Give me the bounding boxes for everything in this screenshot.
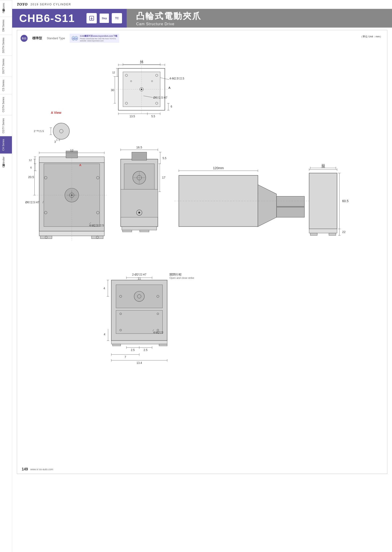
svg-text:2.5: 2.5 <box>131 348 135 352</box>
svg-rect-65 <box>92 236 103 239</box>
svg-text:A View: A View <box>51 111 61 115</box>
cad-sub: Please download the CAD file from TOYO's <box>80 38 117 40</box>
type-en: Standard Type <box>47 37 65 40</box>
svg-text:6: 6 <box>171 105 172 108</box>
unit-text: （單位 Unit：mm） <box>360 35 382 38</box>
svg-text:3D: 3D <box>75 38 77 40</box>
download-badge <box>86 13 97 23</box>
svg-text:3: 3 <box>54 140 56 144</box>
svg-text:5.5: 5.5 <box>151 115 155 118</box>
svg-rect-164 <box>111 340 167 344</box>
svg-rect-132 <box>309 173 337 229</box>
svg-text:120mm: 120mm <box>213 166 224 170</box>
footer-website: www.vi so-auto.com <box>30 468 53 471</box>
svg-rect-134 <box>310 233 317 235</box>
svg-text:Ø6▽2.5 H7: Ø6▽2.5 H7 <box>153 96 167 99</box>
svg-text:4-M2.5▽2.5: 4-M2.5▽2.5 <box>89 224 104 227</box>
a-view: A View 2⁺⁰¹▽1.5 3 <box>34 111 70 144</box>
svg-text:12: 12 <box>70 149 73 152</box>
product-title-section: 凸輪式電動夾爪 Cam Structure Drive <box>127 9 392 28</box>
product-name-section: CHB6-S11 <box>12 9 82 28</box>
svg-text:2.5: 2.5 <box>144 348 147 352</box>
sidebar-tab-ch[interactable]: CH Series <box>0 136 12 153</box>
svg-text:13.4: 13.4 <box>137 361 142 365</box>
svg-text:A: A <box>79 163 81 167</box>
page-number: 149 <box>22 467 28 471</box>
drawing-area: S11 標準型 Standard Type 2D 3D CAD圖面可至www.t… <box>17 30 387 474</box>
svg-text:12: 12 <box>140 60 143 62</box>
svg-text:Ø6▽2.5 H7: Ø6▽2.5 H7 <box>25 201 39 204</box>
svg-rect-111 <box>140 230 149 232</box>
svg-text:60.5: 60.5 <box>342 199 349 203</box>
svg-text:4: 4 <box>104 333 105 336</box>
svg-text:12: 12 <box>112 71 115 74</box>
svg-point-50 <box>53 123 70 139</box>
sidebar-tab-controller[interactable]: 控制器 Controller <box>0 153 12 171</box>
svg-text:22: 22 <box>342 230 345 234</box>
side-view: 120mm 36 <box>174 163 349 235</box>
top-header: TOYO 2019 SERVO CYLINDER <box>12 0 392 9</box>
sidebar-tab-cs[interactable]: CS Series <box>0 77 12 94</box>
svg-rect-110 <box>122 230 132 232</box>
svg-text:Open and close strike: Open and close strike <box>169 276 194 279</box>
type-cn: 標準型 <box>32 36 42 41</box>
svg-point-14 <box>141 89 142 90</box>
sidebar: 特色功能 Features DM Series DGTH Series DGTY… <box>0 0 12 552</box>
svg-text:30: 30 <box>322 163 325 167</box>
svg-text:13.5: 13.5 <box>129 115 135 118</box>
svg-rect-64 <box>41 236 52 239</box>
drawing-header: S11 標準型 Standard Type 2D 3D CAD圖面可至www.t… <box>21 34 384 43</box>
svg-rect-135 <box>329 233 336 235</box>
svg-rect-166 <box>159 344 167 346</box>
bottom-view: 2-Ø2▽2 H7 開閉行程 Open and close strike 11 … <box>104 273 194 365</box>
cad-website: website: www.toyorobot.com <box>80 40 117 42</box>
svg-text:17: 17 <box>162 176 165 179</box>
svg-text:20.5: 20.5 <box>28 175 34 179</box>
cad-text: CAD圖面可至www.toyorobot.com下載 <box>80 34 117 38</box>
svg-text:4: 4 <box>104 287 105 290</box>
svg-text:6: 6 <box>30 166 32 169</box>
svg-text:5.5: 5.5 <box>162 157 166 160</box>
svg-rect-165 <box>112 344 121 346</box>
svg-rect-109 <box>122 227 157 230</box>
front-view: A 12 20.5 <box>25 149 107 241</box>
product-title-en: Cam Structure Drive <box>136 22 174 26</box>
sidebar-tab-cgty[interactable]: CGTY Series <box>0 115 12 136</box>
svg-text:16.5: 16.5 <box>136 145 142 149</box>
technical-drawing: 26 12 4-M2.5▽2.5 A Ø6▽2.5 H7 30 <box>21 45 384 441</box>
svg-rect-133 <box>309 229 337 233</box>
svg-rect-159 <box>116 310 162 334</box>
svg-text:開閉行程: 開閉行程 <box>169 273 182 276</box>
tc-badge: TC <box>112 13 122 23</box>
catalog-title: 2019 SERVO CYLINDER <box>30 3 71 6</box>
sidebar-tab-dm[interactable]: DM Series <box>0 17 12 34</box>
product-banner: CHB6-S11 Step TC 凸輪式電動夾爪 Cam Structure D… <box>12 9 392 28</box>
svg-text:2D: 2D <box>72 38 75 40</box>
cad-download: 2D 3D CAD圖面可至www.toyorobot.com下載 Please … <box>70 34 119 43</box>
svg-text:2-Ø2▽2 H7: 2-Ø2▽2 H7 <box>132 273 146 276</box>
sidebar-tab-dgty[interactable]: DGTY Series <box>0 56 12 77</box>
svg-text:11: 11 <box>138 277 141 280</box>
step-badge: Step <box>99 13 109 23</box>
brand-logo: TOYO <box>17 2 28 7</box>
s11-badge: S11 <box>21 35 28 42</box>
svg-text:4-M2.5▽2.5: 4-M2.5▽2.5 <box>169 77 184 80</box>
product-title-cn: 凸輪式電動夾爪 <box>136 11 202 22</box>
main-content: TOYO 2019 SERVO CYLINDER CHB6-S11 Step T… <box>12 0 392 552</box>
svg-text:30: 30 <box>111 88 114 92</box>
page-footer: 149 www.vi so-auto.com <box>22 467 382 471</box>
sidebar-tab-features[interactable]: 特色功能 Features <box>0 0 12 17</box>
sidebar-tab-dgth[interactable]: DGTH Series <box>0 34 12 56</box>
svg-point-108 <box>138 212 140 214</box>
svg-rect-128 <box>179 175 258 227</box>
product-icons-section: Step TC <box>82 9 127 28</box>
svg-text:7: 7 <box>125 355 126 359</box>
svg-text:12: 12 <box>29 159 32 161</box>
svg-text:4-M2▽3: 4-M2▽3 <box>153 331 163 334</box>
product-code: CHB6-S11 <box>19 12 75 25</box>
svg-line-26 <box>160 78 169 79</box>
center-view: 16.5 17 5.5 <box>121 145 166 232</box>
svg-point-153 <box>134 291 144 302</box>
top-view: 26 12 4-M2.5▽2.5 A Ø6▽2.5 H7 30 <box>111 60 184 118</box>
sidebar-tab-cgth[interactable]: CGTH Series <box>0 94 12 115</box>
